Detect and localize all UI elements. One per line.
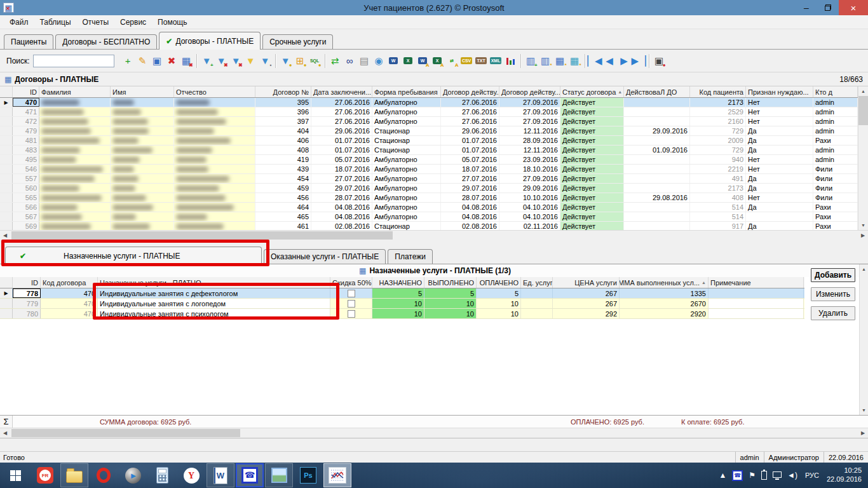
tray-network-icon[interactable] — [773, 471, 782, 478]
start-button[interactable] — [0, 463, 31, 488]
menu-item-Отчеты[interactable]: Отчеты — [77, 17, 114, 28]
tray-battery-icon[interactable] — [761, 471, 767, 480]
col-header-Признан нуждаю...[interactable]: Признан нуждаю... — [746, 86, 813, 97]
services-horizontal-scrollbar[interactable]: ◀ ▶ — [0, 428, 868, 438]
export-txt-icon[interactable]: TXT — [474, 53, 489, 69]
column-settings-icon[interactable]: ▥* — [538, 53, 553, 69]
filter-delete-icon[interactable]: ▼✖ — [214, 53, 229, 69]
nav-last-icon[interactable]: ▶▕ — [632, 53, 646, 69]
tray-volume-icon[interactable]: ◄) — [787, 471, 797, 479]
contract-row-495[interactable]: 49541905.07.2016Амбулаторно05.07.201623.… — [0, 155, 858, 165]
report-icon[interactable]: ▣● — [652, 53, 667, 69]
menu-item-Файл[interactable]: Файл — [4, 17, 34, 28]
scroll-thumb[interactable] — [11, 231, 393, 240]
scroll-thumb[interactable] — [11, 429, 240, 437]
filter-visible-icon[interactable]: ▼● — [278, 53, 293, 69]
refresh-icon[interactable]: ⇄ — [328, 53, 342, 69]
add-record-icon[interactable]: + — [121, 53, 135, 69]
scroll-left-icon[interactable]: ◀ — [0, 231, 10, 240]
contract-row-470[interactable]: ▶47039527.06.2016Амбулаторно27.06.201627… — [0, 98, 858, 107]
export-doc-refresh-icon[interactable]: ⇄A — [445, 53, 459, 69]
export-word-icon[interactable]: W — [386, 53, 401, 69]
taskbar-app-player[interactable] — [119, 463, 147, 487]
tray-expand-icon[interactable]: ▲ — [719, 471, 726, 479]
col-header-Назначенные услуги - ПЛАТНО[interactable]: Назначенные услуги - ПЛАТНО — [98, 277, 330, 288]
taskbar-app-fastreport[interactable]: FR — [31, 463, 59, 487]
scroll-left-icon[interactable]: ◀ — [0, 428, 10, 438]
col-header-НАЗНАЧЕНО[interactable]: НАЗНАЧЕНО — [372, 277, 424, 288]
scroll-thumb[interactable] — [858, 96, 868, 125]
export-excel-file-icon[interactable]: XA — [430, 53, 445, 69]
col-header-Статус договора[interactable]: Статус договора▲ — [560, 86, 624, 97]
filter-edit-icon[interactable]: ▼ — [243, 53, 258, 69]
print-icon[interactable]: ▤ — [357, 53, 372, 69]
tray-phone-icon[interactable]: ☎ — [732, 470, 743, 481]
contract-row-567[interactable]: 56746504.08.2016Амбулаторно04.08.201604.… — [0, 212, 858, 222]
contract-row-472[interactable]: 47239727.06.2016Амбулаторно27.06.201627.… — [0, 117, 858, 126]
taskbar-app-charts[interactable] — [323, 463, 351, 487]
add-button[interactable]: Добавить — [811, 268, 855, 282]
contract-row-546[interactable]: 54643918.07.2016Амбулаторно18.07.201618.… — [0, 165, 858, 174]
menu-item-Помощь[interactable]: Помощь — [152, 17, 193, 28]
taskbar-app-phone[interactable] — [236, 463, 264, 487]
scroll-up-icon[interactable]: ▲ — [858, 86, 868, 96]
service-row-780[interactable]: 780470Индивидуальные занятия с психолого… — [0, 309, 804, 319]
export-chart-icon[interactable] — [503, 53, 518, 69]
col-header-Примечание[interactable]: Примечание — [709, 277, 804, 288]
search-input[interactable] — [33, 55, 114, 67]
menu-item-Таблицы[interactable]: Таблицы — [34, 17, 77, 28]
contract-row-471[interactable]: 47139627.06.2016Амбулаторно27.06.201627.… — [0, 107, 858, 117]
copy-record-icon[interactable]: ▣ — [150, 53, 165, 69]
delete-record-icon[interactable]: ✖ — [165, 53, 179, 69]
col-header-Договор №[interactable]: Договор № — [255, 86, 311, 97]
col-header-ДействоваЛ ДО[interactable]: ДействоваЛ ДО — [624, 86, 690, 97]
discount-checkbox[interactable] — [348, 300, 355, 308]
filter-tree-icon[interactable]: ⊞● — [293, 53, 308, 69]
delete-button[interactable]: Удалить — [811, 306, 855, 320]
preview-icon[interactable]: ◉ — [372, 53, 386, 69]
tab-Пациенты[interactable]: Пациенты — [4, 34, 53, 49]
contract-row-483[interactable]: 48340801.07.2016Стационар01.07.201612.11… — [0, 146, 858, 155]
delete-filtered-icon[interactable]: ▦✖ — [179, 53, 194, 69]
col-header-Скидка 50%[interactable]: Скидка 50% — [330, 277, 372, 288]
scroll-right-icon[interactable]: ▶ — [858, 231, 868, 240]
service-row-778[interactable]: ▶778470Индивидуальные занятия с дефектол… — [0, 288, 804, 299]
nav-prev-icon[interactable]: ◀ — [602, 53, 617, 69]
add-column-icon[interactable]: ▥+ — [524, 53, 538, 69]
export-xml-icon[interactable]: XML — [489, 53, 503, 69]
discount-checkbox[interactable] — [348, 290, 355, 297]
col-header-ОПЛАЧЕНО[interactable]: ОПЛАЧЕНО — [477, 277, 521, 288]
col-header-Код договора[interactable]: Код договора — [41, 277, 98, 288]
col-header-Имя[interactable]: Имя — [111, 86, 174, 97]
language-indicator[interactable]: РУС — [803, 471, 821, 479]
col-header-ID[interactable]: ID — [13, 277, 41, 288]
contract-row-557[interactable]: 55745427.07.2016Амбулаторно27.07.201627.… — [0, 174, 858, 184]
taskbar-app-photoshop[interactable]: Ps — [294, 463, 322, 487]
menu-item-Сервис[interactable]: Сервис — [114, 17, 152, 28]
edit-button[interactable]: Изменить — [811, 287, 855, 301]
contract-row-560[interactable]: 56045929.07.2016Амбулаторно29.07.201629.… — [0, 184, 858, 193]
tab-Назначенные услуги - ПЛАТНЫЕ[interactable]: ✔Назначенные услуги - ПЛАТНЫЕ — [5, 247, 262, 264]
tab-Оказанные услуги - ПЛАТНЫЕ[interactable]: Оказанные услуги - ПЛАТНЫЕ — [264, 249, 386, 264]
taskbar-app-word[interactable]: W — [207, 463, 234, 487]
find-icon[interactable]: ∞ — [342, 53, 357, 69]
filter-save-icon[interactable]: ▼▪ — [258, 53, 273, 69]
service-row-779[interactable]: 779470Индивидуальные занятия с логопедом… — [0, 299, 804, 309]
taskbar-clock[interactable]: 10:25 22.09.2016 — [827, 466, 862, 484]
grid-settings-icon[interactable]: ▦* — [553, 53, 567, 69]
scroll-down-icon[interactable]: ▼ — [859, 405, 868, 415]
minimize-button[interactable]: – — [796, 0, 817, 15]
taskbar-app-explorer[interactable] — [60, 463, 88, 487]
export-word-file-icon[interactable]: WA — [416, 53, 430, 69]
scroll-right-icon[interactable]: ▶ — [858, 428, 868, 438]
col-header-Отчество[interactable]: Отчество — [174, 86, 255, 97]
col-header-Фамилия[interactable]: Фамилия — [39, 86, 111, 97]
contract-row-569[interactable]: 56946102.08.2016Стационар02.08.201602.11… — [0, 222, 858, 230]
contract-row-479[interactable]: 47940429.06.2016Стационар29.06.201612.11… — [0, 126, 858, 136]
contracts-horizontal-scrollbar[interactable]: ◀ ▶ — [0, 230, 868, 240]
tab-Договоры - ПЛАТНЫЕ[interactable]: ✔Договоры - ПЛАТНЫЕ — [159, 32, 261, 50]
contract-row-481[interactable]: 48140601.07.2016Стационар01.07.201628.09… — [0, 136, 858, 146]
col-header-Форма пребывания[interactable]: Форма пребывания — [372, 86, 441, 97]
contract-row-566[interactable]: 56646404.08.2016Амбулаторно04.08.201604.… — [0, 203, 858, 212]
sql-filter-icon[interactable]: SQL● — [308, 53, 322, 69]
